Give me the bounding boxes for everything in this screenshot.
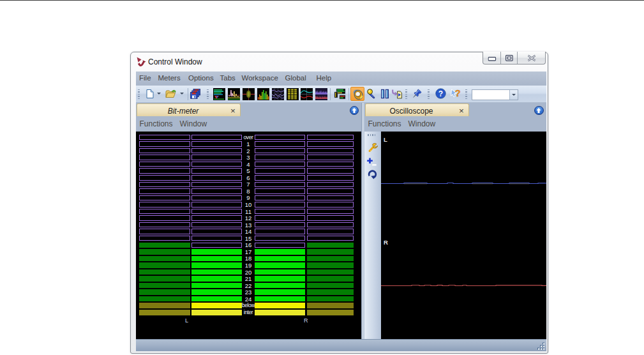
svg-text:?: ? (438, 89, 443, 98)
